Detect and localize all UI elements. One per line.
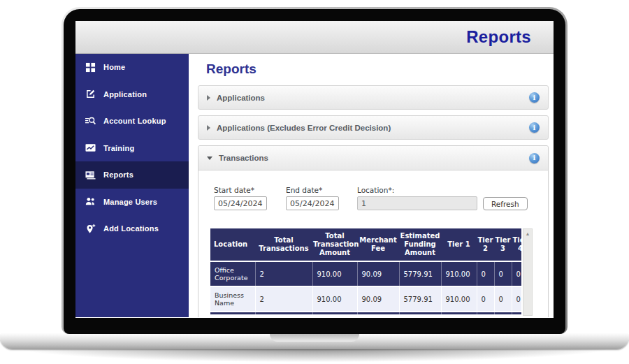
transactions-table: LocationTotal TransactionsTotal Transact…: [210, 228, 521, 314]
table-header: LocationTotal TransactionsTotal Transact…: [210, 228, 521, 261]
table-body: Office Corporate2910.0090.095779.91910.0…: [210, 261, 521, 314]
laptop-mockup: Reports HomeApplicationAccount LookupTra…: [0, 0, 629, 364]
table-cell: [312, 312, 357, 314]
table-cell: 910.00: [441, 261, 477, 286]
sidebar-item-manage-users[interactable]: Manage Users: [75, 189, 189, 216]
table-cell: [477, 312, 494, 314]
column-header: Tier 4: [512, 228, 521, 261]
table-cell: [494, 312, 512, 314]
table-row[interactable]: [210, 312, 521, 314]
table-cell: 0: [477, 286, 494, 312]
add-location-pin-icon: [85, 223, 96, 234]
app-window: Reports HomeApplicationAccount LookupTra…: [75, 21, 554, 318]
table-cell: 0: [477, 261, 494, 286]
start-date-label: Start date*: [214, 186, 267, 194]
table-cell: Business Name: [210, 286, 255, 312]
top-header-bar: Reports: [75, 21, 554, 54]
table-cell: 2: [255, 286, 312, 312]
start-date-input[interactable]: [214, 196, 267, 210]
table-row[interactable]: Business Name2910.0090.095779.91910.0000…: [210, 286, 521, 312]
info-icon[interactable]: [529, 122, 540, 133]
table-scrollbar[interactable]: ▲: [523, 228, 533, 316]
sidebar-item-label: Home: [103, 63, 125, 71]
accordion-label: Applications: [217, 94, 265, 102]
table-cell: 5779.91: [399, 261, 441, 286]
table-cell: 0: [512, 261, 521, 286]
account-lookup-search-icon: [85, 115, 96, 126]
end-date-group: End date*: [286, 186, 339, 210]
sidebar-item-home[interactable]: Home: [75, 54, 189, 81]
app-title: Reports: [466, 27, 531, 47]
home-grid-icon: [85, 61, 96, 73]
refresh-button[interactable]: Refresh: [483, 197, 528, 210]
info-icon[interactable]: [529, 92, 540, 103]
page-title: Reports: [206, 61, 549, 77]
scroll-up-icon: ▲: [526, 231, 530, 236]
sidebar-item-add-locations[interactable]: Add Locations: [75, 215, 189, 242]
sidebar: HomeApplicationAccount LookupTrainingRep…: [75, 54, 189, 317]
sidebar-item-label: Application: [103, 90, 147, 99]
end-date-input[interactable]: [286, 196, 339, 210]
info-icon[interactable]: [529, 153, 540, 163]
table-cell: 910.00: [441, 286, 477, 312]
column-header: Merchant Fee: [357, 228, 399, 261]
column-header: Tier 2: [477, 228, 494, 261]
accordion-applications-excludes-error[interactable]: Applications (Excludes Error Credit Deci…: [198, 115, 549, 140]
table-cell: 0: [494, 286, 512, 312]
sidebar-item-label: Account Lookup: [103, 117, 166, 125]
sidebar-item-label: Manage Users: [103, 198, 157, 206]
column-header: Location: [210, 228, 255, 261]
sidebar-item-application[interactable]: Application: [75, 81, 189, 108]
app-body: HomeApplicationAccount LookupTrainingRep…: [75, 54, 554, 317]
column-header: Total Transactions: [255, 228, 312, 261]
table-row[interactable]: Office Corporate2910.0090.095779.91910.0…: [210, 261, 521, 286]
laptop-base: [0, 334, 629, 349]
table-cell: 90.09: [357, 286, 399, 312]
transactions-panel: Transactions Start date* End date*: [198, 145, 549, 317]
accordion-transactions[interactable]: Transactions: [198, 146, 548, 170]
sidebar-item-reports[interactable]: Reports: [75, 161, 189, 189]
transactions-table-zone: LocationTotal TransactionsTotal Transact…: [210, 228, 548, 316]
manage-users-icon: [85, 196, 96, 208]
location-label: Location*:: [357, 186, 477, 194]
accordion-label: Transactions: [219, 154, 268, 162]
training-chart-icon: [85, 143, 96, 154]
sidebar-item-training[interactable]: Training: [75, 135, 189, 162]
table-cell: 2: [255, 261, 312, 286]
start-date-group: Start date*: [214, 186, 267, 210]
table-cell: [357, 312, 399, 314]
column-header: Tier 3: [494, 228, 512, 261]
table-clip: LocationTotal TransactionsTotal Transact…: [210, 228, 521, 314]
caret-right-icon: [207, 95, 210, 101]
table-cell: 0: [494, 261, 512, 286]
table-cell: 0: [512, 286, 521, 312]
table-cell: 910.00: [312, 261, 357, 286]
application-edit-icon: [85, 89, 96, 100]
transactions-filters: Start date* End date* Location*:: [198, 186, 548, 210]
table-cell: 5779.91: [399, 286, 441, 312]
column-header: Estimated Funding Amount: [399, 228, 441, 261]
table-cell: 90.09: [357, 261, 399, 286]
column-header: Total Transaction Amount: [312, 228, 357, 261]
table-cell: Office Corporate: [210, 261, 255, 286]
table-cell: [255, 312, 312, 314]
column-header: Tier 1: [441, 228, 477, 261]
table-cell: 910.00: [312, 286, 357, 312]
laptop-frame: Reports HomeApplicationAccount LookupTra…: [62, 7, 567, 334]
accordion-applications[interactable]: Applications: [198, 85, 549, 110]
reports-card-icon: [85, 169, 96, 180]
accordion-label: Applications (Excludes Error Credit Deci…: [217, 124, 391, 132]
sidebar-item-account-lookup[interactable]: Account Lookup: [75, 108, 189, 135]
location-input: [357, 196, 477, 210]
sidebar-item-label: Reports: [103, 170, 133, 179]
caret-down-icon: [207, 156, 212, 160]
table-cell: [399, 312, 441, 314]
sidebar-item-label: Add Locations: [103, 224, 159, 233]
sidebar-item-label: Training: [103, 144, 134, 152]
end-date-label: End date*: [286, 186, 339, 194]
location-group: Location*:: [357, 186, 477, 210]
caret-right-icon: [207, 125, 210, 131]
table-cell: [512, 312, 521, 314]
table-cell: [210, 312, 255, 314]
main-content: Reports Applications Applications (Exclu…: [189, 54, 554, 317]
